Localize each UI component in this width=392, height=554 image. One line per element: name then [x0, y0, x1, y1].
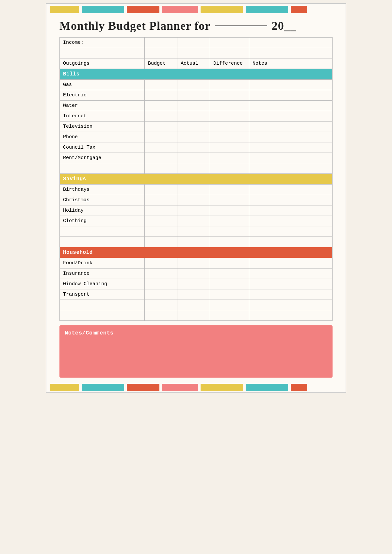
- header-difference: Difference: [210, 58, 249, 69]
- swatch-teal-1: [82, 6, 124, 13]
- bot-swatch-yellow-1: [50, 384, 79, 391]
- income-notes: [249, 38, 333, 48]
- item-electric: Electric: [60, 90, 333, 101]
- item-rent-mortgage: Rent/Mortgage: [60, 153, 333, 163]
- bot-swatch-yellow-2: [201, 384, 243, 391]
- section-savings-header: Savings: [60, 174, 333, 185]
- title-year-prefix: 20: [272, 19, 284, 32]
- blank-row-5: [60, 300, 333, 310]
- income-diff: [210, 38, 249, 48]
- bot-swatch-red-1: [127, 384, 159, 391]
- item-phone: Phone: [60, 132, 333, 142]
- income-row: Income:: [60, 38, 333, 48]
- bot-swatch-teal-1: [82, 384, 124, 391]
- title-main: Monthly Budget Planner for: [59, 19, 210, 32]
- item-clothing: Clothing: [60, 216, 333, 226]
- bot-swatch-red-2: [291, 384, 307, 391]
- bot-swatch-pink-1: [162, 384, 198, 391]
- page: Monthly Budget Planner for 20__ Income:: [46, 3, 346, 393]
- swatch-pink-1: [162, 6, 198, 13]
- blank-row-4: [60, 237, 333, 247]
- income-actual: [177, 38, 210, 48]
- swatch-yellow-1: [50, 6, 79, 13]
- section-household-header: Household: [60, 247, 333, 258]
- title-line: [215, 25, 267, 26]
- budget-table: Income: Outgoings Budget Actual Differen…: [59, 37, 333, 321]
- column-headers-row: Outgoings Budget Actual Difference Notes: [60, 58, 333, 69]
- item-water: Water: [60, 101, 333, 111]
- title-year-suffix: __: [284, 19, 297, 32]
- item-transport: Transport: [60, 289, 333, 300]
- notes-title: Notes/Comments: [65, 330, 327, 336]
- item-window-cleaning: Window Cleaning: [60, 279, 333, 289]
- item-gas: Gas: [60, 80, 333, 90]
- swatch-teal-2: [246, 6, 288, 13]
- swatch-red-1: [127, 6, 159, 13]
- income-label: Income:: [60, 38, 145, 48]
- header-budget: Budget: [145, 58, 177, 69]
- bot-swatch-teal-2: [246, 384, 288, 391]
- section-bills-label: Bills: [60, 69, 333, 80]
- section-bills-header: Bills: [60, 69, 333, 80]
- blank-row-6: [60, 310, 333, 321]
- top-color-bar: [46, 4, 346, 13]
- swatch-yellow-2: [201, 6, 243, 13]
- item-holiday: Holiday: [60, 205, 333, 216]
- section-savings-label: Savings: [60, 174, 333, 185]
- item-internet: Internet: [60, 111, 333, 122]
- title-text: Monthly Budget Planner for 20__: [59, 19, 297, 32]
- notes-box: Notes/Comments: [59, 325, 333, 378]
- blank-row-2: [60, 163, 333, 174]
- section-household-label: Household: [60, 247, 333, 258]
- item-food-drink: Food/Drink: [60, 258, 333, 269]
- item-christmas: Christmas: [60, 195, 333, 205]
- income-budget: [145, 38, 177, 48]
- item-birthdays: Birthdays: [60, 185, 333, 195]
- item-television: Television: [60, 122, 333, 132]
- title-area: Monthly Budget Planner for 20__: [46, 13, 346, 37]
- item-council-tax: Council Tax: [60, 142, 333, 153]
- header-actual: Actual: [177, 58, 210, 69]
- blank-row-3: [60, 226, 333, 237]
- swatch-red-2: [291, 6, 307, 13]
- bottom-color-bar: [46, 383, 346, 392]
- header-outgoings: Outgoings: [60, 58, 145, 69]
- header-notes: Notes: [249, 58, 333, 69]
- blank-row-1: [60, 48, 333, 58]
- item-insurance: Insurance: [60, 269, 333, 279]
